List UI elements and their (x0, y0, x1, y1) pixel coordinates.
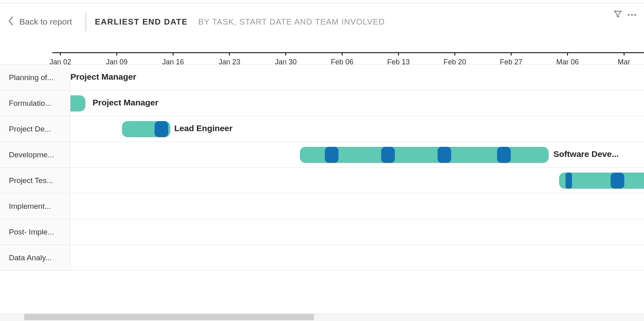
row-label-cell: Post- Imple... (0, 219, 70, 245)
header: Back to report EARLIEST END DATE BY TASK… (0, 3, 644, 40)
gantt-row[interactable]: Project Tes... (0, 168, 644, 193)
row-label-cell: Implement... (0, 193, 70, 219)
gantt-bar[interactable] (70, 95, 85, 111)
row-canvas (70, 245, 644, 270)
row-label-cell: Project De... (0, 116, 70, 142)
row-label: Post- Imple... (9, 228, 54, 237)
row-label: Project De... (9, 125, 51, 134)
gantt-row[interactable]: Developme...Software Deve... (0, 142, 644, 168)
back-to-report-link[interactable]: Back to report (8, 16, 72, 28)
bar-team-label: Lead Engineer (174, 123, 233, 133)
milestone-marker[interactable] (381, 147, 395, 163)
milestone-marker[interactable] (566, 173, 572, 189)
row-label: Planning of... (9, 73, 54, 82)
bar-team-label: Project Manager (93, 98, 158, 107)
row-canvas: Lead Engineer (70, 116, 644, 142)
row-label-cell: Developme... (0, 142, 70, 167)
title-secondary: BY TASK, START DATE AND TEAM INVOLVED (198, 17, 385, 27)
gantt-row[interactable]: Planning of...Project Manager (0, 65, 644, 91)
milestone-marker[interactable] (497, 147, 511, 163)
row-label-cell: Planning of... (0, 65, 70, 90)
row-label: Implement... (9, 202, 51, 211)
timeline-axis: Jan 02Jan 09Jan 16Jan 23Jan 30Feb 06Feb … (0, 40, 644, 64)
bar-team-label: Software Deve... (553, 149, 619, 159)
row-canvas (70, 168, 644, 193)
row-label-cell: Data Analy... (0, 245, 70, 270)
header-divider (86, 12, 86, 31)
horizontal-scrollbar-thumb[interactable] (24, 314, 314, 320)
gantt-row[interactable]: Data Analy... (0, 245, 644, 271)
gantt-row[interactable]: Formulatio...Project Manager (0, 91, 644, 116)
milestone-marker[interactable] (325, 147, 339, 163)
row-label: Data Analy... (9, 253, 52, 262)
row-label: Project Tes... (9, 176, 53, 185)
bar-team-label: Project Manager (70, 72, 136, 82)
filter-icon[interactable] (613, 10, 622, 20)
gantt-chart[interactable]: Planning of...Project ManagerFormulatio.… (0, 64, 644, 271)
row-label: Developme... (9, 150, 54, 159)
milestone-marker[interactable] (611, 173, 624, 189)
gantt-row[interactable]: Project De...Lead Engineer (0, 116, 644, 142)
more-options-icon[interactable] (628, 14, 636, 16)
row-canvas: Software Deve... (70, 142, 644, 167)
row-canvas: Project Manager (70, 91, 644, 116)
gantt-row[interactable]: Post- Imple... (0, 219, 644, 245)
milestone-marker[interactable] (155, 121, 168, 137)
row-label-cell: Project Tes... (0, 168, 70, 193)
row-canvas: Project Manager (70, 65, 644, 90)
title-primary: EARLIEST END DATE (95, 17, 188, 27)
row-label-cell: Formulatio... (0, 91, 70, 116)
row-label: Formulatio... (9, 99, 52, 108)
milestone-marker[interactable] (438, 147, 451, 163)
gantt-row[interactable]: Implement... (0, 193, 644, 219)
row-canvas (70, 193, 644, 219)
horizontal-scrollbar-track[interactable] (0, 313, 644, 321)
back-label: Back to report (19, 17, 72, 27)
row-canvas (70, 219, 644, 245)
chevron-left-icon (8, 16, 14, 28)
